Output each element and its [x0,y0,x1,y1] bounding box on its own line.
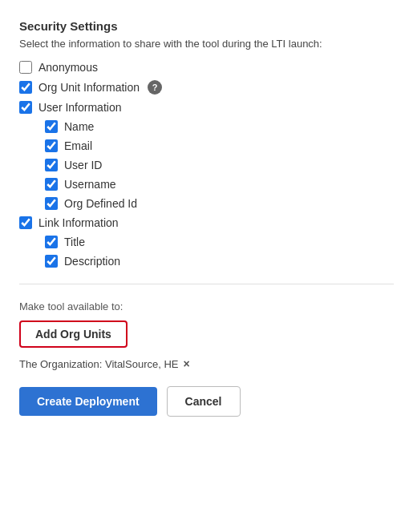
help-icon[interactable]: ? [148,80,162,95]
checkbox-row-description: Description [45,255,394,268]
section-title: Security Settings [19,19,394,33]
checkbox-row-username: Username [45,178,394,191]
action-buttons: Create Deployment Cancel [19,386,394,417]
checkbox-row-link-info: Link Information [19,216,394,229]
checkbox-label-title[interactable]: Title [64,236,85,248]
remove-org-icon[interactable]: × [183,357,189,370]
checkbox-anonymous[interactable] [19,61,32,74]
make-available-label: Make tool available to: [19,300,394,312]
section-subtitle: Select the information to share with the… [19,38,394,50]
checkbox-row-user-info: User Information [19,101,394,114]
checkbox-email[interactable] [45,139,58,152]
checkbox-name[interactable] [45,120,58,133]
cancel-button[interactable]: Cancel [167,386,241,417]
checkbox-row-org-defined-id: Org Defined Id [45,197,394,210]
checkbox-label-user-id[interactable]: User ID [64,159,102,171]
checkbox-row-title: Title [45,236,394,248]
checkbox-label-email[interactable]: Email [64,139,92,152]
org-tag: The Organization: VitalSource, HE × [19,357,394,370]
create-deployment-button[interactable]: Create Deployment [19,387,157,416]
checkbox-label-link-info[interactable]: Link Information [38,216,119,229]
checkbox-user-id[interactable] [45,159,58,171]
checkbox-row-anonymous: Anonymous [19,61,394,74]
checkbox-org-unit[interactable] [19,81,32,94]
checkbox-user-info[interactable] [19,101,32,114]
checkbox-row-user-id: User ID [45,159,394,171]
section-divider [19,284,394,284]
checkbox-label-anonymous[interactable]: Anonymous [38,61,98,74]
checkbox-org-defined-id[interactable] [45,197,58,210]
checkbox-label-user-info[interactable]: User Information [38,101,121,114]
checkbox-description[interactable] [45,255,58,268]
checkbox-label-org-defined-id[interactable]: Org Defined Id [64,197,137,210]
checkbox-label-name[interactable]: Name [64,120,94,133]
checkboxes-group: Anonymous Org Unit Information ? User In… [19,61,394,268]
checkbox-row-name: Name [45,120,394,133]
checkbox-label-username[interactable]: Username [64,178,116,191]
org-tag-text: The Organization: VitalSource, HE [19,358,178,370]
checkbox-username[interactable] [45,178,58,191]
checkbox-link-info[interactable] [19,216,32,229]
add-org-units-button[interactable]: Add Org Units [19,320,128,348]
checkbox-label-org-unit[interactable]: Org Unit Information [38,81,140,94]
security-settings-section: Security Settings Select the information… [19,19,394,417]
checkbox-row-email: Email [45,139,394,152]
checkbox-title[interactable] [45,236,58,248]
checkbox-label-description[interactable]: Description [64,255,120,268]
checkbox-row-org-unit: Org Unit Information ? [19,80,394,95]
